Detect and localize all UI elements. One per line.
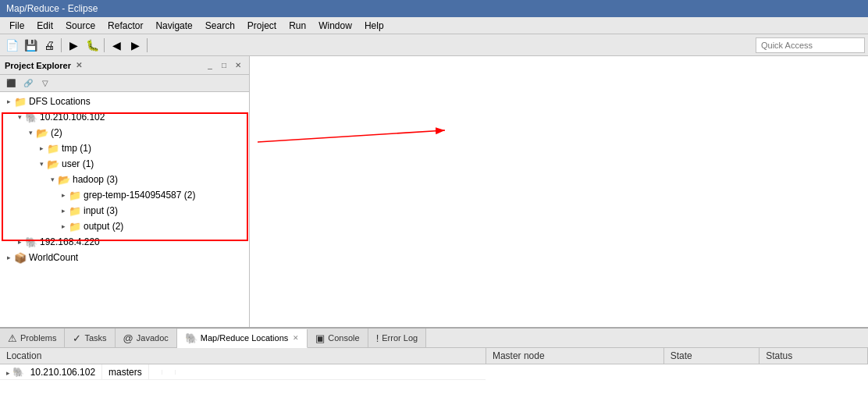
menu-project[interactable]: Project: [241, 19, 283, 33]
menu-source[interactable]: Source: [59, 19, 101, 33]
toggle-tmp[interactable]: ▸: [36, 143, 47, 154]
label-tmp: tmp (1): [62, 143, 91, 154]
label-user: user (1): [62, 158, 94, 169]
menu-window[interactable]: Window: [312, 19, 358, 33]
toggle-server2[interactable]: ▸: [14, 236, 25, 247]
icon-user: 📂: [47, 158, 59, 170]
col-state: State: [663, 348, 760, 364]
tab-console-label: Console: [328, 333, 359, 343]
tab-problems[interactable]: ⚠ Problems: [0, 329, 65, 347]
tree-item-root[interactable]: ▾ 📂 (2): [0, 125, 249, 140]
row-state: [149, 370, 162, 375]
col-location: Location: [0, 348, 486, 364]
locations-table-area: Location Master node State Status ▸ 🐘 10…: [0, 348, 868, 405]
tree-area: ▸ 📁 DFS Locations ▾ 🐘 10.210.106.102 ▾ 📂…: [0, 92, 249, 327]
toolbar-separator-1: [61, 38, 62, 52]
label-worldcount: WorldCount: [29, 252, 78, 263]
maximize-panel-btn[interactable]: □: [218, 59, 230, 72]
tab-mapreduce-close[interactable]: ✕: [293, 334, 299, 342]
annotation-arrow: [250, 119, 453, 165]
row-status: [162, 370, 176, 375]
project-explorer-close-indicator: ✕: [76, 61, 82, 69]
debug-button[interactable]: 🐛: [84, 37, 101, 54]
close-panel-btn[interactable]: ✕: [232, 59, 244, 72]
icon-server2: 🐘: [25, 236, 37, 248]
icon-root: 📂: [36, 127, 48, 139]
quick-access-input[interactable]: [756, 37, 865, 53]
label-dfs: DFS Locations: [29, 96, 91, 107]
tree-item-server1[interactable]: ▾ 🐘 10.210.106.102: [0, 109, 249, 125]
menu-file[interactable]: File: [3, 19, 30, 33]
toggle-input[interactable]: ▸: [58, 205, 69, 216]
toolbar: 📄 💾 🖨 ▶ 🐛 ◀ ▶: [0, 34, 868, 56]
toggle-output[interactable]: ▸: [58, 221, 69, 232]
tree-item-tmp[interactable]: ▸ 📁 tmp (1): [0, 140, 249, 156]
tab-console[interactable]: ▣ Console: [308, 329, 368, 347]
toggle-grep[interactable]: ▸: [58, 190, 69, 201]
tree-item-output[interactable]: ▸ 📁 output (2): [0, 218, 249, 234]
toggle-server1[interactable]: ▾: [14, 112, 25, 123]
tree-item-grep[interactable]: ▸ 📁 grep-temp-1540954587 (2): [0, 187, 249, 203]
problems-icon: ⚠: [8, 332, 17, 344]
menu-edit[interactable]: Edit: [30, 19, 59, 33]
view-menu-btn[interactable]: ▽: [37, 76, 53, 91]
tab-problems-label: Problems: [20, 333, 56, 343]
project-explorer-header: Project Explorer ✕ _ □ ✕: [0, 56, 249, 75]
label-hadoop: hadoop (3): [73, 174, 118, 185]
errorlog-icon: !: [376, 332, 379, 344]
icon-worldcount: 📦: [14, 252, 27, 264]
tab-errorlog[interactable]: ! Error Log: [368, 329, 426, 347]
tree-item-input[interactable]: ▸ 📁 input (3): [0, 203, 249, 218]
tree-item-server2[interactable]: ▸ 🐘 192.168.4.220: [0, 234, 249, 250]
save-button[interactable]: 💾: [22, 37, 39, 54]
icon-tmp: 📁: [47, 143, 59, 155]
editor-area: [250, 56, 868, 327]
link-editor-btn[interactable]: 🔗: [20, 76, 36, 91]
content-area: Project Explorer ✕ _ □ ✕ ⬛ 🔗 ▽ ▸ 📁: [0, 56, 868, 327]
row-master: masters: [102, 364, 149, 380]
menu-run[interactable]: Run: [283, 19, 312, 33]
tree-item-dfs[interactable]: ▸ 📁 DFS Locations: [0, 94, 249, 109]
label-root: (2): [51, 127, 62, 138]
menu-help[interactable]: Help: [358, 19, 390, 33]
label-input: input (3): [84, 205, 118, 216]
toggle-hadoop[interactable]: ▾: [47, 174, 58, 185]
icon-input: 📁: [69, 205, 81, 217]
icon-dfs: 📁: [14, 96, 27, 108]
row-expand-icon[interactable]: ▸: [6, 369, 10, 377]
label-output: output (2): [84, 221, 123, 232]
row-location-value: 10.210.106.102: [30, 367, 95, 378]
title-text: Map/Reduce - Eclipse: [6, 3, 98, 14]
tab-errorlog-label: Error Log: [382, 333, 418, 343]
console-icon: ▣: [315, 332, 325, 344]
forward-button[interactable]: ▶: [126, 37, 144, 54]
tab-javadoc[interactable]: @ Javadoc: [116, 329, 177, 347]
table-header-row: Location Master node State Status: [0, 348, 868, 364]
print-button[interactable]: 🖨: [41, 37, 58, 54]
menu-refactor[interactable]: Refactor: [101, 19, 149, 33]
menu-search[interactable]: Search: [199, 19, 241, 33]
toggle-root[interactable]: ▾: [25, 127, 36, 138]
title-bar: Map/Reduce - Eclipse: [0, 0, 868, 17]
locations-table: Location Master node State Status ▸ 🐘 10…: [0, 348, 868, 380]
tab-tasks-label: Tasks: [84, 333, 106, 343]
tree-item-user[interactable]: ▾ 📂 user (1): [0, 156, 249, 172]
toggle-worldcount[interactable]: ▸: [3, 252, 14, 263]
minimize-panel-btn[interactable]: _: [204, 59, 216, 72]
toggle-user[interactable]: ▾: [36, 158, 47, 169]
toggle-dfs[interactable]: ▸: [3, 96, 14, 107]
mapreduce-icon: 🐘: [185, 332, 197, 344]
tab-tasks[interactable]: ✓ Tasks: [65, 329, 115, 347]
run-button[interactable]: ▶: [65, 37, 82, 54]
collapse-all-btn[interactable]: ⬛: [3, 76, 19, 91]
tab-mapreduce[interactable]: 🐘 Map/Reduce Locations ✕: [177, 329, 308, 348]
col-master: Master node: [486, 348, 663, 364]
tab-mapreduce-label: Map/Reduce Locations: [201, 333, 289, 343]
new-button[interactable]: 📄: [3, 37, 20, 54]
menu-navigate[interactable]: Navigate: [149, 19, 198, 33]
tree-item-hadoop[interactable]: ▾ 📂 hadoop (3): [0, 172, 249, 187]
tree-item-worldcount[interactable]: ▸ 📦 WorldCount: [0, 250, 249, 265]
table-row[interactable]: ▸ 🐘 10.210.106.102 masters: [0, 364, 486, 380]
back-button[interactable]: ◀: [108, 37, 125, 54]
toolbar-separator-2: [104, 38, 105, 52]
